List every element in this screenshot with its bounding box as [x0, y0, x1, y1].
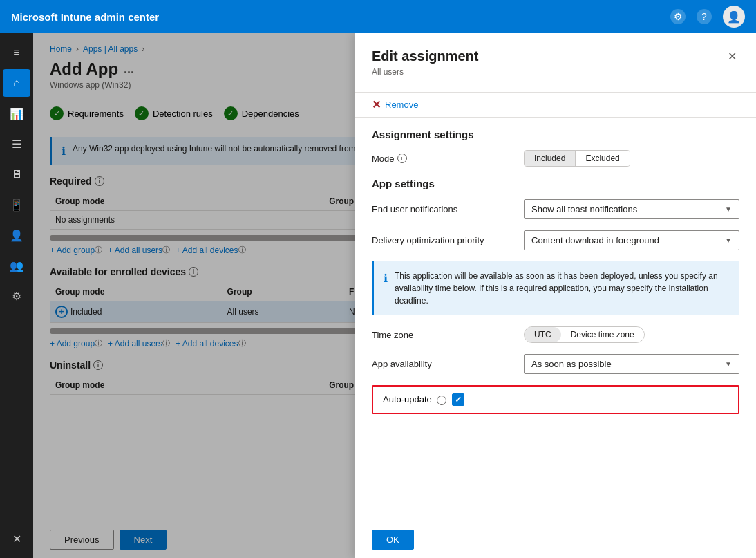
mode-included[interactable]: Included: [525, 151, 575, 166]
delivery-field-row: Delivery optimization priority Content d…: [372, 230, 739, 250]
notifications-field-row: End user notifications Show all toast no…: [372, 199, 739, 219]
delivery-value: Content download in foreground: [531, 235, 659, 245]
availability-info-box: ℹ This application will be available as …: [372, 261, 739, 315]
panel-close-button[interactable]: ✕: [725, 47, 739, 66]
timezone-toggle[interactable]: UTC Device time zone: [524, 326, 645, 343]
sidebar-item-apps[interactable]: 📱: [3, 191, 30, 218]
edit-assignment-panel: Edit assignment ✕ All users ✕ Remove Ass…: [355, 33, 756, 558]
timezone-device[interactable]: Device time zone: [561, 327, 644, 342]
notifications-dropdown[interactable]: Show all toast notifications ▼: [524, 199, 739, 219]
remove-x-icon: ✕: [372, 98, 381, 111]
sidebar-item-users[interactable]: 👤: [3, 221, 30, 249]
mode-info-icon[interactable]: i: [397, 154, 407, 163]
availability-info-text: This application will be available as so…: [395, 270, 730, 307]
mode-label: Mode i: [372, 154, 524, 164]
delivery-arrow-icon: ▼: [725, 236, 732, 244]
topbar-title: Microsoft Intune admin center: [11, 11, 662, 23]
app-settings-title: App settings: [372, 178, 739, 189]
delivery-dropdown[interactable]: Content download in foreground ▼: [524, 230, 739, 250]
auto-update-label: Auto-update i: [383, 394, 446, 405]
availability-value: As soon as possible: [531, 359, 612, 369]
mode-toggle[interactable]: Included Excluded: [524, 150, 630, 167]
timezone-label: Time zone: [372, 330, 524, 340]
panel-subtitle: All users: [372, 67, 739, 77]
main-content: Home › Apps | All apps › Add App ... Win…: [33, 33, 756, 558]
availability-dropdown[interactable]: As soon as possible ▼: [524, 354, 739, 374]
mode-field-row: Mode i Included Excluded: [372, 150, 739, 167]
delivery-control: Content download in foreground ▼: [524, 230, 739, 250]
sidebar: ≡ ⌂ 📊 ☰ 🖥 📱 👤 👥 ⚙ ✕: [0, 33, 33, 558]
panel-title-row: Edit assignment ✕: [372, 47, 739, 66]
panel-footer: OK: [355, 521, 756, 558]
availability-field-row: App availability As soon as possible ▼: [372, 354, 739, 374]
auto-update-info-icon[interactable]: i: [437, 396, 446, 405]
delivery-label: Delivery optimization priority: [372, 235, 524, 245]
remove-label: Remove: [385, 100, 418, 110]
layout: ≡ ⌂ 📊 ☰ 🖥 📱 👤 👥 ⚙ ✕ Home › Apps | All ap…: [0, 33, 756, 558]
panel-title: Edit assignment: [372, 48, 478, 64]
notifications-value: Show all toast notifications: [531, 204, 637, 214]
availability-info-icon: ℹ: [384, 270, 388, 307]
ok-button[interactable]: OK: [372, 530, 414, 550]
sidebar-item-list[interactable]: ☰: [3, 130, 30, 158]
sidebar-item-dashboard[interactable]: 📊: [3, 100, 30, 127]
help-icon[interactable]: ?: [697, 9, 712, 24]
topbar: Microsoft Intune admin center ⚙ ? 👤: [0, 0, 756, 33]
sidebar-item-devices[interactable]: 🖥: [3, 160, 30, 188]
sidebar-expand[interactable]: ≡: [3, 39, 30, 66]
auto-update-row: Auto-update i: [372, 385, 739, 414]
timezone-field-row: Time zone UTC Device time zone: [372, 326, 739, 343]
sidebar-item-home[interactable]: ⌂: [3, 69, 30, 97]
timezone-control: UTC Device time zone: [524, 326, 739, 343]
notifications-arrow-icon: ▼: [725, 205, 732, 213]
panel-body: Assignment settings Mode i Included Excl…: [355, 118, 756, 521]
availability-label: App availability: [372, 359, 524, 369]
mode-excluded[interactable]: Excluded: [576, 151, 629, 166]
mode-control: Included Excluded: [524, 150, 739, 167]
notifications-control: Show all toast notifications ▼: [524, 199, 739, 219]
avatar[interactable]: 👤: [723, 6, 745, 28]
sidebar-item-groups[interactable]: 👥: [3, 252, 30, 279]
timezone-utc[interactable]: UTC: [525, 327, 561, 342]
availability-control: As soon as possible ▼: [524, 354, 739, 374]
topbar-icons: ⚙ ? 👤: [670, 6, 745, 28]
assignment-settings-title: Assignment settings: [372, 129, 739, 140]
remove-button[interactable]: ✕ Remove: [355, 93, 756, 118]
gear-icon[interactable]: ⚙: [670, 9, 686, 24]
panel-header: Edit assignment ✕ All users: [355, 33, 756, 93]
availability-arrow-icon: ▼: [725, 360, 732, 368]
sidebar-item-close[interactable]: ✕: [3, 525, 30, 552]
auto-update-checkbox[interactable]: [452, 393, 464, 406]
sidebar-item-settings[interactable]: ⚙: [3, 282, 30, 310]
notifications-label: End user notifications: [372, 204, 524, 214]
